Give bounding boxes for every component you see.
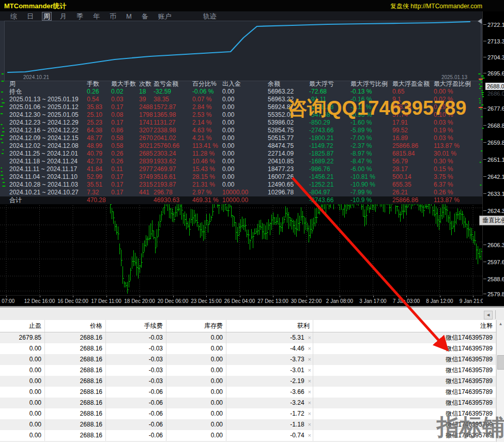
stats-cell: 0.58 (111, 134, 139, 142)
order-profit-cell: -4.46× (226, 343, 313, 354)
close-order-icon[interactable]: × (308, 365, 311, 376)
close-order-icon[interactable]: × (308, 419, 311, 430)
tab-8[interactable]: M (125, 12, 133, 20)
current-price-box: 2688.08 (485, 83, 504, 90)
tab-4[interactable]: 月 (59, 12, 68, 20)
orders-header-row: 止盈价格手续费库存费获利注释 (0, 320, 496, 332)
close-order-icon[interactable]: × (308, 398, 311, 408)
stats-cell: 39 (139, 96, 154, 103)
time-label: 17 Dec 11:00 (91, 298, 121, 304)
tab-11[interactable]: 轨迹 (202, 12, 218, 20)
stats-cell: 2469.97 (154, 165, 192, 173)
close-order-icon[interactable]: × (308, 343, 311, 354)
stats-cell: 0.17 (111, 173, 139, 181)
close-order-icon[interactable]: × (308, 408, 311, 419)
stats-cell: 6815.84 (392, 150, 434, 158)
stats-cell: 0.00 (222, 165, 268, 173)
stats-week-row: 2024.12.16 ~ 2024.12.2264.380.8632072338… (0, 127, 482, 134)
order-row[interactable]: 0.002688.16-0.060.00-1.72×微信1746395789 (0, 408, 496, 419)
order-cell: 0.00 (166, 332, 226, 343)
stats-cell: 3749 (139, 173, 154, 181)
close-order-icon[interactable]: × (308, 354, 311, 365)
stats-cell: 0.26 (87, 88, 111, 96)
orders-col-header[interactable]: 获利 (226, 320, 313, 332)
price-label: 2624.35 (487, 208, 504, 214)
orders-col-header[interactable]: 价格 (45, 320, 106, 332)
time-label: 30 Dec 22:00 (291, 298, 322, 304)
order-row[interactable]: 0.002688.16-0.030.00-3.73×微信1746395789 (0, 354, 496, 365)
time-label: 18 Dec 20:00 (124, 298, 155, 304)
stats-cell: 56963.22 (268, 88, 309, 96)
stats-cell: 2303.24 (154, 150, 192, 158)
scrollbar-thumb[interactable] (497, 355, 504, 370)
stats-cell: -8.47 % (350, 158, 392, 165)
horizontal-scrollbar[interactable]: ◄ (0, 309, 504, 320)
price-tick (483, 24, 486, 25)
tab-5[interactable]: 季 (75, 12, 84, 20)
stats-cell: -5.89 % (350, 127, 392, 134)
orders-col-header[interactable]: 止盈 (0, 320, 45, 332)
profit-value: -2.19 (290, 376, 304, 387)
order-cell: 0.00 (166, 376, 226, 387)
profit-value: -3.73 (290, 354, 304, 365)
brand-link[interactable]: 复盘侠 http://MTCommander.com (390, 2, 482, 11)
stats-cell: 0.00 (222, 119, 268, 127)
stats-cell: 2024.10.21 ~ 2024.10.27 (9, 189, 87, 196)
stats-total-row: 合计470.2846930.63469.31 %10000.00-2743.66… (0, 196, 482, 204)
stats-cell: -32.59 (154, 88, 192, 96)
stats-cell: 2315 (139, 181, 154, 189)
stats-cell: 21.31 % (192, 181, 222, 189)
close-order-icon[interactable]: × (308, 387, 311, 398)
order-cell: 0.00 (0, 398, 45, 408)
time-axis[interactable]: c 07:0012 Dec 16:0016 Dec 02:0017 Dec 11… (0, 295, 483, 307)
close-order-icon[interactable]: × (308, 430, 311, 441)
stats-cell: 0.00 (222, 150, 268, 158)
order-row[interactable]: 0.002688.16-0.060.00-0.74×微信1746395789 (0, 430, 496, 441)
close-order-icon[interactable]: × (308, 376, 311, 387)
order-row[interactable]: 0.002688.16-0.030.00-3.01×微信1746395789 (0, 365, 496, 376)
stats-cell: 7.32 (87, 189, 111, 196)
stats-cell: 2024.12.30 ~ 2025.01.05 (9, 111, 87, 119)
order-row[interactable]: 0.002688.16-0.060.00-1.18×微信1746395789 (0, 419, 496, 430)
order-cell: 2688.16 (45, 365, 106, 376)
time-tick (6, 296, 7, 297)
price-tick (483, 210, 486, 211)
tab-6[interactable]: 年 (92, 12, 101, 20)
scroll-up-button[interactable]: ▲ (498, 321, 503, 327)
stats-cell: -1825.87 (309, 150, 350, 158)
order-cell: 2688.16 (45, 408, 106, 419)
stats-cell: 52854.75 (268, 127, 309, 134)
stats-col-header: 次数 (139, 80, 154, 88)
tab-10[interactable]: 账户 (157, 12, 173, 20)
stats-cell: -0.06 % (192, 88, 222, 96)
order-row[interactable]: 0.002688.16-0.060.00-3.24×微信1746395789 (0, 398, 496, 408)
orders-col-header[interactable]: 手续费 (106, 320, 166, 332)
tab-3[interactable]: 周 (42, 12, 51, 20)
scroll-left-button[interactable]: ◄ (484, 311, 493, 319)
stats-cell: 0.03 % (434, 134, 482, 142)
price-label: 2579.85 (487, 291, 504, 297)
order-comment-cell: 微信1746395789 (313, 387, 496, 398)
order-row[interactable]: 2679.852688.16-0.030.00-5.31×微信174639578… (0, 332, 496, 343)
price-label: 2677.60 (487, 105, 504, 112)
scrollbar-divider (495, 310, 496, 319)
price-axis[interactable]: 2731.102722.102713.352704.352695.602677.… (482, 11, 504, 295)
time-tick (240, 296, 240, 297)
tab-9[interactable]: 备 (141, 12, 149, 20)
tab-1[interactable]: 综 (9, 12, 18, 20)
price-label: 2695.60 (487, 70, 504, 77)
equity-chart: 2024.10.21 2025.01.13 (4, 21, 481, 81)
orders-col-header[interactable]: 注释 (313, 320, 496, 332)
price-label-ghost: 2686.08 (487, 90, 504, 97)
order-row[interactable]: 0.002688.16-0.030.00-2.19×微信1746395789 (0, 376, 496, 387)
orders-col-header[interactable]: 库存费 (166, 320, 226, 332)
tab-2[interactable]: 日 (26, 12, 35, 20)
tab-7[interactable]: 币 (109, 12, 117, 20)
stats-cell: 0.00 (222, 111, 268, 119)
stats-cell: 0.17 (111, 181, 139, 189)
price-tick (483, 262, 486, 262)
order-row[interactable]: 0.002688.16-0.030.00-4.46×微信1746395789 (0, 343, 496, 354)
close-order-icon[interactable]: × (308, 332, 311, 343)
stats-cell: -6.00 % (350, 165, 392, 173)
order-row[interactable]: 0.002688.16-0.060.00-3.66×微信1746395789 (0, 387, 496, 398)
